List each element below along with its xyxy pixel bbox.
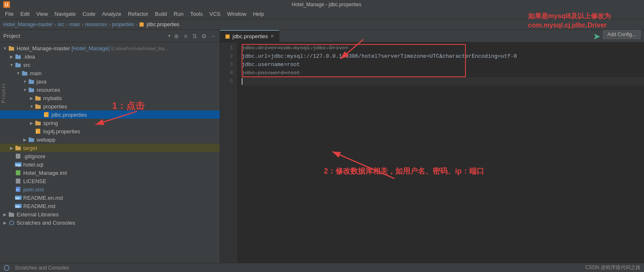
tree-label-main: main — [30, 70, 42, 76]
tree-item-java[interactable]: ▼ java — [0, 77, 220, 86]
breadcrumb-properties[interactable]: properties — [112, 22, 134, 27]
tree-item-hotel-sql[interactable]: ▶ SQL hotel.sql — [0, 160, 220, 169]
breadcrumb-src[interactable]: src — [58, 22, 64, 27]
tree-label-mybatis: mybatis — [43, 95, 62, 101]
tree-label-src: src — [23, 62, 30, 68]
menu-build[interactable]: Build — [152, 10, 170, 18]
tree-item-scratches[interactable]: ▶ Scratches and Consoles — [0, 218, 220, 227]
menu-run[interactable]: Run — [170, 10, 187, 18]
tree-label-iml: Hotel_Manage.iml — [23, 170, 67, 176]
menu-file[interactable]: File — [2, 10, 17, 18]
menu-tools[interactable]: Tools — [187, 10, 206, 18]
svg-text:MD: MD — [15, 205, 20, 208]
folder-icon-idea — [15, 53, 22, 60]
breadcrumb-main[interactable]: main — [69, 22, 80, 27]
code-editor[interactable]: 1 2 3 4 5 jdbc.driver=com.mysql.jdbc.Dri… — [220, 42, 644, 263]
tree-arrow-webapp: ▶ — [22, 136, 28, 143]
tab-close-icon[interactable]: ✕ — [270, 34, 274, 39]
tree-item-target[interactable]: ▶ target — [0, 144, 220, 152]
title-bar: IJ Hotel_Manage - jdbc.properties — [0, 0, 644, 9]
status-right: CSDN @程序猿代码之路 — [585, 264, 641, 271]
svg-text:SQL: SQL — [15, 164, 22, 167]
tree-item-readme[interactable]: ▶ MD README.md — [0, 202, 220, 210]
svg-text:m: m — [16, 188, 19, 191]
folder-icon-root — [8, 45, 15, 51]
tree-label-target: target — [23, 145, 37, 151]
svg-point-42 — [4, 265, 9, 270]
tree-arrow-main: ▼ — [15, 70, 22, 76]
tree-item-idea[interactable]: ▶ .idea — [0, 52, 220, 61]
tree-item-iml[interactable]: ▶ Hotel_Manage.iml — [0, 169, 220, 177]
tree-item-jdbc-properties[interactable]: ▶ p jdbc.properties — [0, 110, 220, 119]
menu-window[interactable]: Window — [224, 10, 250, 18]
svg-rect-31 — [16, 179, 20, 184]
code-line-1: jdbc.driver=com.mysql.jdbc.Driver — [242, 44, 644, 52]
sidebar-icon-collapse[interactable]: ≡ — [182, 33, 189, 39]
sidebar-icon-settings[interactable]: ⚙ — [201, 33, 207, 39]
svg-rect-6 — [15, 63, 18, 64]
tree-item-mybatis[interactable]: ▶ mybatis — [0, 94, 220, 102]
tree-label-scratches: Scratches and Consoles — [17, 220, 75, 226]
tree-item-root[interactable]: ▼ Hotel_Manage-master [Hotel_Manage] E:\… — [0, 44, 220, 52]
cursor — [242, 78, 242, 85]
file-icon-jdbc: p — [43, 111, 50, 118]
tree-arrow-properties-folder: ▼ — [28, 103, 35, 110]
tree-item-src[interactable]: ▼ src — [0, 61, 220, 69]
sidebar-header: Project ▼ ⊕ ≡ ⇅ ⚙ − — [0, 30, 220, 42]
menu-vcs[interactable]: VCS — [206, 10, 224, 18]
file-icon-license — [15, 178, 22, 184]
sidebar-icon-sort[interactable]: ⇅ — [191, 33, 198, 39]
tree-arrow-mybatis: ▶ — [28, 95, 35, 101]
menu-code[interactable]: Code — [79, 10, 99, 18]
menu-edit[interactable]: Edit — [17, 10, 33, 18]
window-title: Hotel_Manage - jdbc.properties — [12, 2, 641, 7]
tree-item-main[interactable]: ▼ main — [0, 69, 220, 77]
tree-label-resources: resources — [37, 87, 60, 93]
svg-rect-4 — [15, 54, 18, 56]
tree-item-gitignore[interactable]: ▶ .gitignore — [0, 152, 220, 160]
file-icon-sql: SQL — [15, 161, 22, 168]
editor-tabs: jdbc.properties ✕ — [220, 30, 644, 42]
menu-help[interactable]: Help — [250, 10, 267, 18]
tree-item-resources[interactable]: ▼ resources — [0, 86, 220, 94]
breadcrumb-root[interactable]: Hotel_Manage-master — [3, 22, 53, 27]
tree-item-properties-folder[interactable]: ▼ properties — [0, 102, 220, 110]
sidebar-icon-close[interactable]: − — [210, 33, 216, 39]
breadcrumb-resources[interactable]: resources — [85, 22, 107, 27]
tree-item-license[interactable]: ▶ LICENSE — [0, 177, 220, 185]
tree-arrow-ext-libs: ▶ — [2, 211, 8, 218]
svg-text:MD: MD — [15, 197, 20, 200]
tree-label-root: Hotel_Manage-master [Hotel_Manage] E:\id… — [17, 45, 168, 51]
menu-analyze[interactable]: Analyze — [99, 10, 125, 18]
svg-rect-24 — [29, 137, 31, 139]
navigation-arrow-icon: ➤ — [593, 31, 600, 42]
tree-arrow-scratches: ▶ — [2, 219, 8, 226]
folder-icon-ext-libs — [8, 211, 15, 218]
tree-arrow-target: ▶ — [8, 145, 15, 151]
status-left: Scratches and Consoles — [3, 265, 69, 271]
tree-arrow-root: ▼ — [2, 45, 8, 51]
tree-item-readme-en[interactable]: ▶ MD README.en.md — [0, 194, 220, 202]
tree-item-external-libs[interactable]: ▶ External Libraries — [0, 210, 220, 218]
tree-item-spring[interactable]: ▶ spring — [0, 119, 220, 127]
tree-label-webapp: webapp — [37, 137, 56, 143]
folder-icon-target — [15, 145, 22, 151]
add-config-button[interactable]: Add Config... — [603, 30, 641, 39]
tree-label-idea: .idea — [23, 54, 35, 60]
tree-item-pom[interactable]: ▶ m pom.xml — [0, 185, 220, 194]
sidebar-icon-locate[interactable]: ⊕ — [173, 33, 180, 39]
tree-label-jdbc: jdbc.properties — [51, 112, 87, 118]
folder-icon-spring — [35, 120, 42, 126]
tree-item-log4j[interactable]: ▶ p log4j.properties — [0, 127, 220, 135]
menu-view[interactable]: View — [33, 10, 51, 18]
app-logo: IJ — [3, 1, 10, 8]
svg-rect-26 — [15, 146, 18, 147]
menu-navigate[interactable]: Navigate — [51, 10, 79, 18]
menu-refactor[interactable]: Refactor — [125, 10, 152, 18]
editor-tab-jdbc[interactable]: jdbc.properties ✕ — [220, 30, 279, 42]
breadcrumb-file[interactable]: jdbc.properties — [139, 22, 179, 27]
tree-item-webapp[interactable]: ▶ webapp — [0, 135, 220, 144]
tree-label-properties-folder: properties — [43, 103, 67, 110]
code-line-5 — [242, 77, 644, 86]
file-icon-iml — [15, 169, 22, 176]
